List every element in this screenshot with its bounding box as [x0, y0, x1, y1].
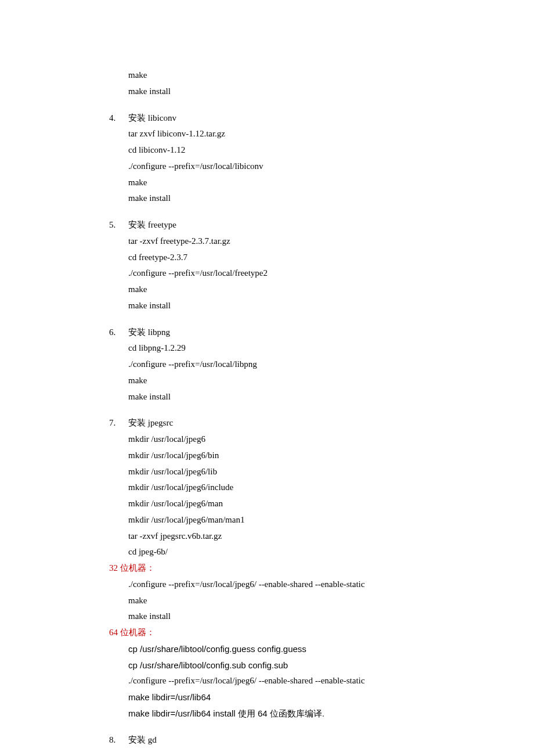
- red-label: 32 位机器：: [109, 563, 155, 573]
- code-line: tar zxvf libiconv-1.12.tar.gz: [128, 126, 264, 142]
- code-line: ./configure --prefix=/usr/local/freetype…: [128, 265, 268, 282]
- code-line: cp /usr/share/libtool/config.guess confi…: [128, 641, 464, 657]
- code-line: mkdir /usr/local/jpeg6/include: [128, 480, 244, 496]
- code-line: make libdir=/usr/lib64 install 使用 64 位函数…: [128, 705, 464, 722]
- code-line: mkdir /usr/local/jpeg6/man: [128, 496, 244, 512]
- section-number: 7.: [109, 415, 128, 560]
- code-line: make install: [128, 84, 464, 100]
- section-number: 6.: [109, 325, 128, 405]
- red-label: 64 位机器：: [109, 628, 155, 637]
- section-7: 7. 安装 jpegsrc mkdir /usr/local/jpeg6 mkd…: [109, 415, 464, 560]
- section-body: 安装 libpng cd libpng-1.2.29 ./configure -…: [128, 325, 257, 405]
- section-8: 8. 安装 gd: [109, 732, 464, 748]
- section-title: 安装 libiconv: [128, 110, 264, 127]
- code-line: ./configure --prefix=/usr/local/jpeg6/ -…: [128, 673, 464, 689]
- block-32bit: ./configure --prefix=/usr/local/jpeg6/ -…: [109, 577, 464, 625]
- section-title: 安装 freetype: [128, 217, 268, 233]
- code-line: make install: [128, 190, 264, 207]
- label-64bit: 64 位机器：: [109, 625, 464, 641]
- code-line: cd freetype-2.3.7: [128, 250, 268, 266]
- code-line: cd libiconv-1.12: [128, 142, 264, 159]
- code-line: tar -zxvf freetype-2.3.7.tar.gz: [128, 233, 268, 250]
- code-line: make: [128, 282, 268, 298]
- code-line: ./configure --prefix=/usr/local/libpng: [128, 357, 257, 373]
- code-line: make: [128, 373, 257, 389]
- code-line: ./configure --prefix=/usr/local/libiconv: [128, 159, 264, 175]
- section-body: 安装 freetype tar -zxvf freetype-2.3.7.tar…: [128, 217, 268, 314]
- section-number: 5.: [109, 217, 128, 314]
- code-line: mkdir /usr/local/jpeg6/lib: [128, 464, 244, 480]
- code-line: make install: [128, 609, 464, 625]
- code-line: cp /usr/share/libtool/config.sub config.…: [128, 657, 464, 674]
- section-title: 安装 gd: [128, 732, 157, 748]
- document-page: make make install 4. 安装 libiconv tar zxv…: [0, 0, 534, 756]
- code-line: make: [128, 593, 464, 609]
- section-number: 8.: [109, 732, 128, 748]
- pre-block: make make install: [109, 67, 464, 100]
- code-line: mkdir /usr/local/jpeg6: [128, 431, 244, 448]
- section-number: 4.: [109, 110, 128, 207]
- code-line: tar -zxvf jpegsrc.v6b.tar.gz: [128, 528, 244, 545]
- section-6: 6. 安装 libpng cd libpng-1.2.29 ./configur…: [109, 325, 464, 405]
- section-body: 安装 gd: [128, 732, 157, 748]
- label-32bit: 32 位机器：: [109, 560, 464, 577]
- code-line: make install: [128, 389, 257, 405]
- code-line: mkdir /usr/local/jpeg6/man/man1: [128, 512, 244, 528]
- code-line: cd jpeg-6b/: [128, 544, 244, 560]
- code-line: make libdir=/usr/lib64: [128, 689, 464, 705]
- code-line: make: [128, 67, 464, 84]
- code-line: ./configure --prefix=/usr/local/jpeg6/ -…: [128, 577, 464, 593]
- code-line: make install: [128, 298, 268, 314]
- code-line: cd libpng-1.2.29: [128, 340, 257, 357]
- section-body: 安装 libiconv tar zxvf libiconv-1.12.tar.g…: [128, 110, 264, 207]
- section-5: 5. 安装 freetype tar -zxvf freetype-2.3.7.…: [109, 217, 464, 314]
- section-4: 4. 安装 libiconv tar zxvf libiconv-1.12.ta…: [109, 110, 464, 207]
- section-title: 安装 libpng: [128, 325, 257, 341]
- block-64bit: cp /usr/share/libtool/config.guess confi…: [109, 641, 464, 722]
- code-line: make: [128, 175, 264, 191]
- section-body: 安装 jpegsrc mkdir /usr/local/jpeg6 mkdir …: [128, 415, 244, 560]
- section-title: 安装 jpegsrc: [128, 415, 244, 431]
- code-line: mkdir /usr/local/jpeg6/bin: [128, 448, 244, 464]
